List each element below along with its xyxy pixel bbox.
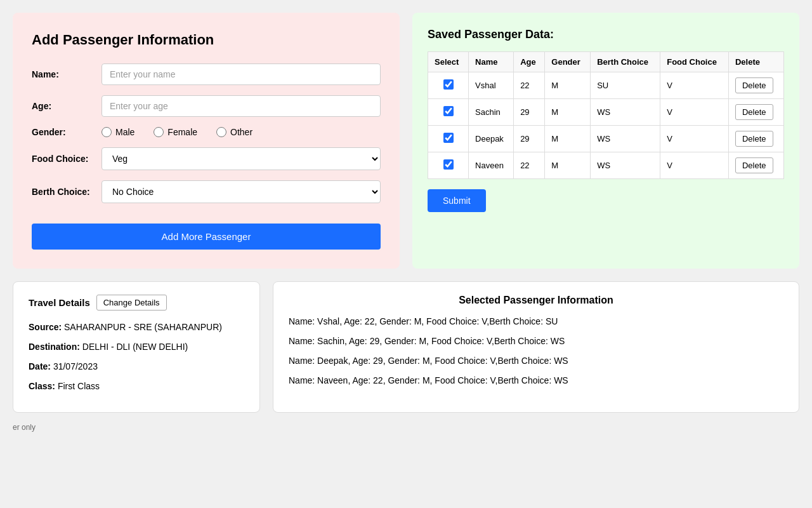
passenger-food-choice: V bbox=[660, 72, 729, 99]
gender-option-male[interactable]: Male bbox=[102, 127, 134, 137]
travel-details-panel: Travel Details Change Details Source: SA… bbox=[13, 281, 260, 413]
gender-other-label: Other bbox=[230, 127, 252, 137]
source-value: SAHARANPUR - SRE (SAHARANPUR) bbox=[64, 322, 222, 332]
passenger-checkbox-3[interactable] bbox=[443, 159, 454, 170]
col-age: Age bbox=[514, 52, 545, 72]
passenger-food-choice: V bbox=[660, 126, 729, 152]
selected-passenger-panel: Selected Passenger Information Name: Vsh… bbox=[273, 281, 799, 413]
passenger-food-choice: V bbox=[660, 99, 729, 126]
submit-button[interactable]: Submit bbox=[428, 189, 486, 212]
selected-passenger-item: Name: Deepak, Age: 29, Gender: M, Food C… bbox=[289, 354, 783, 368]
delete-button-3[interactable]: Delete bbox=[735, 157, 773, 173]
passenger-name: Vshal bbox=[469, 72, 514, 99]
passenger-age: 29 bbox=[514, 126, 545, 152]
passenger-checkbox-1[interactable] bbox=[443, 106, 454, 116]
passenger-name: Sachin bbox=[469, 99, 514, 126]
gender-male-label: Male bbox=[115, 127, 134, 137]
gender-option-female[interactable]: Female bbox=[154, 127, 197, 137]
add-passenger-panel: Add Passenger Information Name: Age: Gen… bbox=[13, 13, 400, 269]
passenger-checkbox-cell bbox=[428, 152, 469, 179]
saved-passenger-panel: Saved Passenger Data: Select Name Age Ge… bbox=[412, 13, 799, 269]
col-name: Name bbox=[469, 52, 514, 72]
passenger-berth-choice: WS bbox=[591, 126, 660, 152]
table-row: Vshal22MSUVDelete bbox=[428, 72, 784, 99]
delete-button-2[interactable]: Delete bbox=[735, 131, 773, 147]
passenger-food-choice: V bbox=[660, 152, 729, 179]
selected-passenger-item: Name: Naveen, Age: 22, Gender: M, Food C… bbox=[289, 374, 783, 387]
footer-note: er only bbox=[13, 423, 799, 432]
source-label: Source: bbox=[29, 322, 62, 332]
name-input[interactable] bbox=[102, 64, 381, 85]
col-berth-choice: Berth Choice bbox=[591, 52, 660, 72]
table-row: Deepak29MWSVDelete bbox=[428, 126, 784, 152]
passenger-age: 29 bbox=[514, 99, 545, 126]
class-row: Class: First Class bbox=[29, 380, 244, 393]
destination-value: DELHI - DLI (NEW DELHI) bbox=[82, 342, 188, 352]
passenger-table: Select Name Age Gender Berth Choice Food… bbox=[428, 51, 784, 179]
travel-details-title: Travel Details bbox=[29, 297, 90, 308]
table-row: Naveen22MWSVDelete bbox=[428, 152, 784, 179]
col-delete: Delete bbox=[728, 52, 783, 72]
selected-passenger-list: Name: Vshal, Age: 22, Gender: M, Food Ch… bbox=[289, 315, 783, 387]
passenger-gender: M bbox=[545, 152, 591, 179]
passenger-gender: M bbox=[545, 99, 591, 126]
col-gender: Gender bbox=[545, 52, 591, 72]
add-passenger-title: Add Passenger Information bbox=[32, 32, 381, 48]
food-choice-label: Food Choice: bbox=[32, 154, 102, 164]
passenger-delete-cell: Delete bbox=[728, 72, 783, 99]
passenger-age: 22 bbox=[514, 152, 545, 179]
passenger-checkbox-cell bbox=[428, 72, 469, 99]
gender-radio-other[interactable] bbox=[216, 127, 226, 137]
destination-label: Destination: bbox=[29, 342, 80, 352]
date-label: Date: bbox=[29, 361, 51, 371]
passenger-checkbox-cell bbox=[428, 99, 469, 126]
passenger-gender: M bbox=[545, 126, 591, 152]
passenger-delete-cell: Delete bbox=[728, 126, 783, 152]
passenger-checkbox-cell bbox=[428, 126, 469, 152]
age-input[interactable] bbox=[102, 95, 381, 117]
saved-passenger-title: Saved Passenger Data: bbox=[428, 28, 784, 41]
selected-passenger-item: Name: Sachin, Age: 29, Gender: M, Food C… bbox=[289, 335, 783, 348]
berth-choice-label: Berth Choice: bbox=[32, 187, 102, 197]
selected-passenger-title: Selected Passenger Information bbox=[289, 295, 783, 306]
passenger-berth-choice: WS bbox=[591, 152, 660, 179]
passenger-berth-choice: WS bbox=[591, 99, 660, 126]
passenger-checkbox-2[interactable] bbox=[443, 133, 454, 143]
gender-radio-male[interactable] bbox=[102, 127, 112, 137]
destination-row: Destination: DELHI - DLI (NEW DELHI) bbox=[29, 340, 244, 354]
gender-label: Gender: bbox=[32, 127, 102, 137]
gender-radio-female[interactable] bbox=[154, 127, 164, 137]
passenger-delete-cell: Delete bbox=[728, 99, 783, 126]
age-label: Age: bbox=[32, 101, 102, 111]
name-label: Name: bbox=[32, 69, 102, 79]
col-select: Select bbox=[428, 52, 469, 72]
table-row: Sachin29MWSVDelete bbox=[428, 99, 784, 126]
berth-choice-select[interactable]: No Choice LB MB UB SL SU WS bbox=[102, 180, 381, 203]
passenger-name: Naveen bbox=[469, 152, 514, 179]
gender-female-label: Female bbox=[167, 127, 197, 137]
selected-passenger-item: Name: Vshal, Age: 22, Gender: M, Food Ch… bbox=[289, 315, 783, 328]
passenger-gender: M bbox=[545, 72, 591, 99]
add-more-passenger-button[interactable]: Add More Passenger bbox=[32, 224, 381, 250]
passenger-age: 22 bbox=[514, 72, 545, 99]
passenger-checkbox-0[interactable] bbox=[443, 79, 454, 90]
gender-option-other[interactable]: Other bbox=[216, 127, 252, 137]
delete-button-0[interactable]: Delete bbox=[735, 77, 773, 93]
class-label: Class: bbox=[29, 381, 55, 391]
source-row: Source: SAHARANPUR - SRE (SAHARANPUR) bbox=[29, 321, 244, 334]
passenger-berth-choice: SU bbox=[591, 72, 660, 99]
food-choice-select[interactable]: Veg Non-Veg bbox=[102, 147, 381, 170]
passenger-delete-cell: Delete bbox=[728, 152, 783, 179]
passenger-name: Deepak bbox=[469, 126, 514, 152]
date-value: 31/07/2023 bbox=[53, 361, 98, 371]
delete-button-1[interactable]: Delete bbox=[735, 104, 773, 120]
gender-group: Male Female Other bbox=[102, 127, 252, 137]
col-food-choice: Food Choice bbox=[660, 52, 729, 72]
change-details-button[interactable]: Change Details bbox=[96, 295, 167, 311]
class-value: First Class bbox=[58, 381, 100, 391]
date-row: Date: 31/07/2023 bbox=[29, 360, 244, 373]
